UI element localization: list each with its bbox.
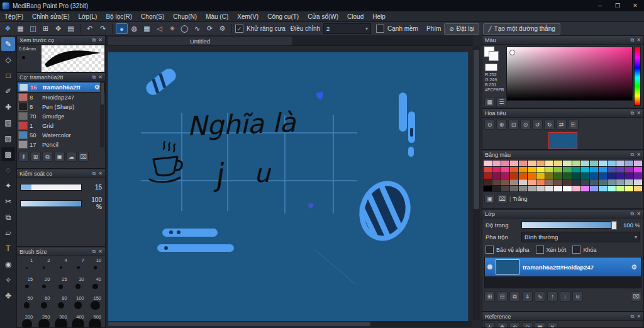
panel-close-icon[interactable]: ✕ [98,249,103,254]
palette-swatch[interactable] [536,179,545,185]
selection-pen-tool[interactable]: ◉ [1,257,15,271]
palette-swatch[interactable] [563,179,571,185]
snap-parallel-icon[interactable]: ◍ [128,23,140,34]
ref-zoom-in-icon[interactable]: ⊕ [509,322,520,328]
panel-float-icon[interactable]: ⧉ [631,152,635,158]
palette-swatch[interactable] [519,179,527,185]
palette-swatch[interactable] [519,167,527,172]
panel-close-icon[interactable]: ✕ [636,152,641,157]
palette-swatch[interactable] [590,179,598,185]
palette-swatch[interactable] [484,186,492,191]
gear-icon[interactable]: ⚙ [94,84,100,91]
saturation-value-picker[interactable] [506,47,633,101]
vertical-scrollbar-thumb[interactable] [474,50,479,209]
brush-list-item[interactable]: 17Pencil [17,140,105,149]
menu-item[interactable]: Chọn(S) [136,13,169,20]
palette-swatch[interactable] [510,186,518,191]
brush-size-cell[interactable]: 300 [52,314,69,328]
palette-swatch[interactable] [510,161,518,166]
brush-size-slider[interactable] [20,184,82,191]
palette-swatch[interactable] [616,173,625,179]
palette-swatch[interactable] [572,179,580,185]
move-layer-up-icon[interactable]: ↑ [547,291,558,302]
palette-swatch[interactable] [536,173,545,179]
panel-float-icon[interactable]: ⧉ [631,37,635,43]
snap-radial-icon[interactable]: ✳ [166,23,178,34]
snap-settings-icon[interactable]: ⚙ [216,23,228,34]
palette-swatch[interactable] [581,186,589,191]
maximize-button[interactable]: ❐ [609,0,626,11]
palette-swatch[interactable] [536,186,545,191]
brush-size-cell[interactable]: 4 [52,257,69,276]
hue-slider[interactable] [634,47,641,106]
panel-float-icon[interactable]: ⧉ [92,171,96,177]
palette-swatch[interactable] [545,161,553,166]
snap-edit-icon[interactable]: ⟳ [204,23,216,34]
eraser-tool[interactable]: ◇ [1,53,15,67]
brush-download-icon[interactable]: ⬆ [18,152,29,162]
palette-swatch[interactable] [554,161,562,166]
duplicate-layer-icon[interactable]: ⧉ [509,291,520,302]
eyedropper-tool[interactable]: ✧ [1,273,15,287]
add-brush-icon[interactable]: ⊞ [30,152,41,162]
gradient-tool[interactable]: ▧ [1,132,15,145]
panel-close-icon[interactable]: ✕ [636,211,641,217]
ref-grid-icon[interactable]: ▦ [535,322,545,328]
pen-tool[interactable]: ✎ [1,37,15,51]
palette-swatch[interactable] [572,161,580,166]
layer-opacity-slider[interactable] [521,222,617,229]
menu-item[interactable]: Bộ lọc(R) [101,13,136,20]
palette-swatch[interactable] [519,161,527,166]
move-layer-down-icon[interactable]: ↓ [560,291,570,302]
snap-grid-icon[interactable]: ▦ [141,23,153,34]
ref-zoom-out-icon[interactable]: ⊖ [522,322,533,328]
zoom-in-icon[interactable]: ⊕ [496,120,507,130]
redo-button[interactable]: ↷ [97,23,109,34]
palette-swatch[interactable] [554,167,562,172]
snap-curve-icon[interactable]: ∿ [191,23,203,34]
close-button[interactable]: ✕ [626,0,644,11]
menu-item[interactable]: Màu (C) [201,13,233,20]
material-panel-icon[interactable]: ▤ [65,23,77,34]
palette-swatch[interactable] [599,161,607,166]
panel-float-icon[interactable]: ⧉ [631,110,635,116]
menu-item[interactable]: Cloud [343,13,368,20]
palette-swatch[interactable] [484,179,492,185]
palette-swatch[interactable] [501,161,509,166]
palette-swatch[interactable] [528,167,536,172]
panel-close-icon[interactable]: ✕ [636,314,641,319]
palette-swatch[interactable] [625,179,633,185]
palette-swatch[interactable] [528,173,536,179]
add-layer-icon[interactable]: ⊞ [484,291,495,302]
palette-swatch[interactable] [519,186,527,191]
palette-swatch[interactable] [554,179,562,185]
palette-swatch[interactable] [634,167,642,172]
brush-folder-icon[interactable]: ▣ [54,152,65,162]
grid-toggle-icon[interactable]: ⊞ [40,23,52,34]
brush-list-item[interactable]: 15tramanh6a2tt⚙ [17,82,105,93]
palette-swatch[interactable] [528,161,536,166]
transform-tool[interactable]: ⧉ [1,210,15,224]
palette-swatch[interactable] [554,173,562,179]
palette-swatch[interactable] [484,161,492,166]
palette-swatch[interactable] [545,173,553,179]
palette-swatch[interactable] [492,173,501,179]
lasso-tool[interactable]: ◌ [1,163,15,177]
palette-swatch[interactable] [634,186,642,191]
duplicate-brush-icon[interactable]: ⧉ [42,152,53,162]
menu-item[interactable]: Help [368,13,390,20]
brush-size-cell[interactable]: 50 [18,295,35,314]
palette-swatch[interactable] [484,167,492,172]
rotate-ccw-icon[interactable]: ↺ [532,120,543,130]
rotate-cw-icon[interactable]: ↻ [544,120,555,130]
palette-swatch[interactable] [616,186,625,191]
pattern-tool[interactable]: ▩ [1,147,15,161]
marquee-tool[interactable]: □ [1,69,15,82]
palette-swatch[interactable] [634,179,642,185]
ref-pick-icon[interactable]: ✛ [484,322,495,328]
slice-tool[interactable]: ✂ [1,195,15,208]
palette-swatch[interactable] [625,186,633,191]
brush-size-cell[interactable]: 400 [70,314,87,328]
soft-edge-checkbox[interactable] [376,25,384,33]
clipping-checkbox[interactable] [536,246,544,254]
